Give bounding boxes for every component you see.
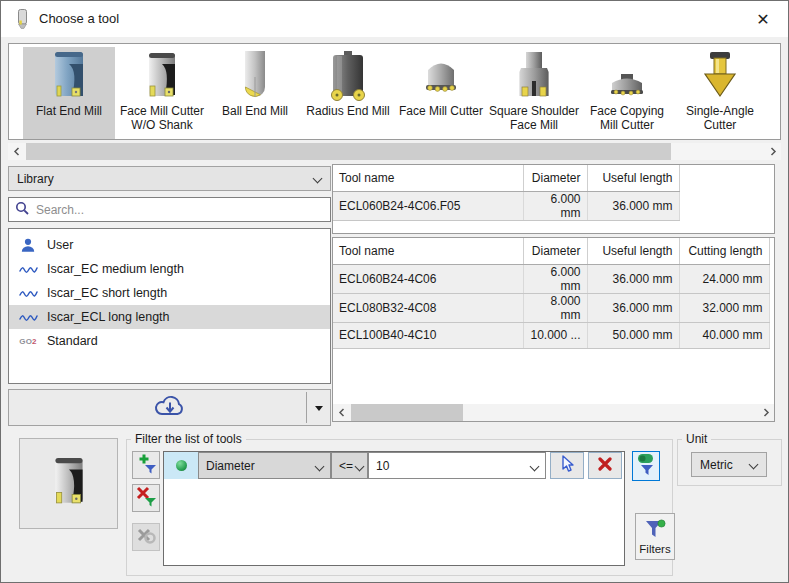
filter-field-select[interactable]: Diameter [198,452,331,479]
tree-item-iscar-ec-short[interactable]: Iscar_EC short length [9,281,330,305]
go2-logo-icon: GO2 [18,337,38,346]
tree-item-iscar-ec-medium[interactable]: Iscar_EC medium length [9,257,330,281]
scroll-right-icon[interactable] [764,143,781,160]
cloud-download-icon [153,394,187,422]
search-box[interactable] [8,197,331,222]
tree-item-standard[interactable]: GO2 Standard [9,329,330,353]
filter-field-value: Diameter [206,459,255,473]
tool-type-ball-end-mill[interactable]: Ball End Mill [209,47,301,139]
search-icon [15,201,29,218]
enable-filter-toggle-button[interactable] [632,451,660,481]
toggle-funnel-icon [636,453,656,480]
cell-tool-name: ECL060B24-4C06.F05 [333,191,523,220]
close-button[interactable]: ✕ [750,8,776,30]
tool-row[interactable]: ECL060B24-4C06 6.000 mm 36.000 mm 24.000… [333,264,769,293]
add-filter-icon [136,453,157,477]
tool-list-scrollbar[interactable] [333,404,774,421]
column-header-tool-name[interactable]: Tool name [333,238,523,264]
tool-type-face-mill-cutter[interactable]: Face Mill Cutter [395,47,487,139]
add-filter-button[interactable] [132,451,160,479]
filters-icon [644,519,667,542]
remove-filter-button[interactable] [132,484,160,512]
toolbar-scrollbar-thumb[interactable] [26,143,671,160]
selected-tool-row[interactable]: ECL060B24-4C06.F05 6.000 mm 36.000 mm [333,191,679,220]
tool-type-label: Radius End Mill [306,104,389,118]
scroll-left-icon[interactable] [8,143,25,160]
tool-row[interactable]: ECL100B40-4C10 10.000 ... 50.000 mm 40.0… [333,322,769,348]
column-header-diameter[interactable]: Diameter [523,165,587,191]
cell-useful-length: 36.000 mm [587,191,679,220]
column-header-useful-length[interactable]: Useful length [587,165,679,191]
tree-item-user[interactable]: User [9,233,330,257]
tree-item-label: Iscar_EC short length [47,286,167,300]
iscar-logo-icon [18,288,38,298]
unit-select[interactable]: Metric [691,452,767,477]
tree-item-label: Iscar_ECL long length [47,310,170,324]
single-angle-cutter-icon [697,49,743,103]
cell-tool-name: ECL060B24-4C06 [333,264,523,293]
filter-value: 10 [376,459,389,473]
library-tree: User Iscar_EC medium length Iscar_EC sho… [8,228,331,384]
library-source-select[interactable]: Library [8,166,331,191]
tool-type-flat-end-mill[interactable]: Flat End Mill [23,47,115,139]
column-header-tool-name[interactable]: Tool name [333,165,523,191]
filter-operator-select[interactable]: <= [331,452,368,479]
column-header-diameter[interactable]: Diameter [523,238,587,264]
iscar-logo-icon [18,264,38,274]
chevron-down-icon [313,174,323,184]
unit-value: Metric [700,458,733,472]
chevron-down-icon [530,462,540,472]
unit-group: Unit Metric [677,439,782,486]
face-mill-cutter-icon [418,49,464,103]
toolbar-scrollbar[interactable] [8,143,781,160]
filters-button-label: Filters [639,543,670,555]
filter-active-cell[interactable] [164,452,198,479]
chevron-down-icon [355,462,365,472]
pick-tool-button[interactable] [550,452,584,479]
dropdown-caret-icon[interactable] [315,406,323,411]
tree-item-label: Standard [47,334,98,348]
filters-button[interactable]: Filters [635,513,675,560]
dialog-tool-icon [17,9,28,33]
filter-value-combobox[interactable]: 10 [368,452,546,479]
column-header-cutting-length[interactable]: Cutting length [679,238,769,264]
tool-type-single-angle-cutter[interactable]: Single-Angle Cutter [674,47,766,139]
split-divider [306,392,307,423]
iscar-logo-icon [18,312,38,322]
radius-end-mill-icon [325,49,371,103]
delete-filter-button[interactable] [588,452,622,479]
tool-type-label: Square Shoulder Face Mill [488,104,580,132]
header-row: Tool name Diameter Useful length Cutting… [333,238,769,264]
tool-list-scrollbar-thumb[interactable] [351,404,463,421]
scroll-right-icon[interactable] [757,404,774,421]
flat-end-mill-icon [46,49,92,103]
cell-cutting-length: 32.000 mm [679,293,769,322]
choose-a-tool-dialog: Choose a tool ✕ Flat End Mill Face Mill … [0,0,789,583]
search-input[interactable] [36,203,324,217]
tool-list-table: Tool name Diameter Useful length Cutting… [333,238,770,349]
selected-tool-table: Tool name Diameter Useful length ECL060B… [333,165,680,221]
cell-tool-name: ECL080B32-4C08 [333,293,523,322]
scroll-left-icon[interactable] [333,404,350,421]
tool-type-radius-end-mill[interactable]: Radius End Mill [302,47,394,139]
tool-row[interactable]: ECL080B32-4C08 8.000 mm 36.000 mm 32.000… [333,293,769,322]
unlink-icon [136,525,157,549]
remove-filter-icon [136,486,157,510]
filter-row[interactable]: Diameter <= 10 [164,452,624,479]
tool-type-face-copying-mill-cutter[interactable]: Face Copying Mill Cutter [581,47,673,139]
cell-diameter: 10.000 ... [523,322,587,348]
tree-item-iscar-ecl-long[interactable]: Iscar_ECL long length [9,305,330,329]
chevron-down-icon [749,460,759,470]
tool-type-label: Face Mill Cutter W/O Shank [116,104,208,132]
unit-group-label: Unit [682,432,711,446]
tool-type-square-shoulder-face-mill[interactable]: Square Shoulder Face Mill [488,47,580,139]
tool-type-face-mill-wo-shank[interactable]: Face Mill Cutter W/O Shank [116,47,208,139]
header-row: Tool name Diameter Useful length [333,165,679,191]
download-library-button[interactable] [8,389,331,426]
tool-preview [19,438,118,529]
cell-useful-length: 50.000 mm [587,322,679,348]
square-shoulder-face-mill-icon [511,49,557,103]
column-header-useful-length[interactable]: Useful length [587,238,679,264]
face-copying-mill-cutter-icon [604,49,650,103]
library-source-value: Library [17,172,54,186]
